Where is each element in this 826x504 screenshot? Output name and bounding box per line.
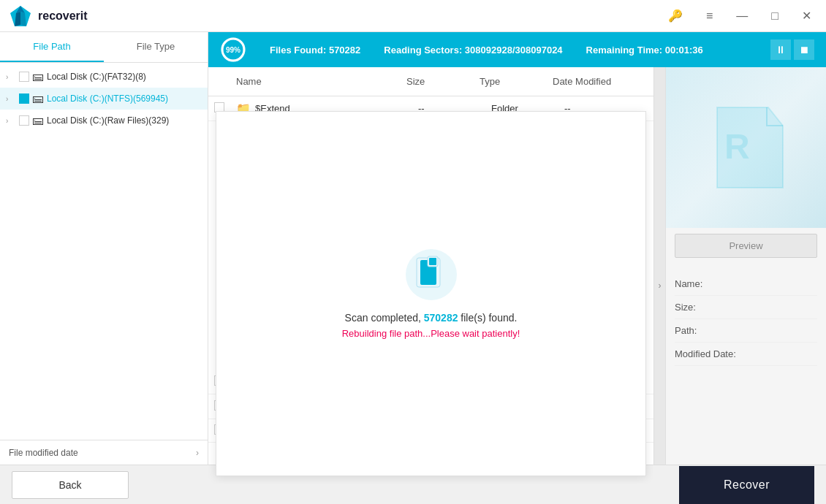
progress-controls: ⏸ ⏹ <box>770 39 814 60</box>
table-body: 📁 $Extend -- Folder -- <box>208 96 653 484</box>
files-found-stat: Files Found: 570282 <box>270 45 360 56</box>
pause-button[interactable]: ⏸ <box>770 39 791 60</box>
header-type: Type <box>474 73 547 90</box>
recover-button[interactable]: Recover <box>679 466 814 504</box>
logo: recoverit <box>9 4 88 28</box>
tab-file-type[interactable]: File Type <box>104 32 208 62</box>
sidebar-tree: › 🖴 Local Disk (C:)(FAT32)(8) › 🖴 Local … <box>0 63 208 440</box>
header-size: Size <box>401 73 474 90</box>
preview-path-row: Path: <box>675 319 817 343</box>
tree-item-ntfs[interactable]: › 🖴 Local Disk (C:)(NTFS)(569945) <box>0 88 208 110</box>
close-button[interactable]: ✕ <box>796 6 817 26</box>
main-layout: File Path File Type › 🖴 Local Disk (C:)(… <box>0 32 826 504</box>
tab-file-path[interactable]: File Path <box>0 32 104 62</box>
file-table: Name Size Type Date Modified 📁 $Extend - <box>208 67 653 504</box>
sidebar: File Path File Type › 🖴 Local Disk (C:)(… <box>0 32 208 504</box>
file-modified-date-filter[interactable]: File modified date › <box>0 440 208 465</box>
tree-checkbox[interactable] <box>19 72 29 82</box>
sidebar-footer-label: File modified date <box>9 448 78 458</box>
header-date: Date Modified <box>547 73 642 90</box>
minimize-button[interactable]: — <box>730 7 754 26</box>
preview-button[interactable]: Preview <box>675 234 817 258</box>
progress-bar: 99% Files Found: 570282 Reading Sectors:… <box>208 32 826 67</box>
svg-text:R: R <box>724 127 750 166</box>
expand-arrow: › <box>6 117 16 125</box>
preview-name-row: Name: <box>675 272 817 296</box>
scan-complete-text: Scan completed, 570282 file(s) found. Re… <box>342 312 520 339</box>
preview-size-row: Size: <box>675 296 817 319</box>
preview-watermark-icon: R <box>702 100 790 195</box>
tree-checkbox[interactable] <box>19 93 29 104</box>
expand-arrow: › <box>6 73 16 81</box>
tree-checkbox[interactable] <box>19 115 29 126</box>
preview-panel: R Preview Name: Size: Path: <box>665 67 826 504</box>
drive-icon: 🖴 <box>32 114 44 127</box>
titlebar-actions: 🔑 ≡ — □ ✕ <box>662 6 817 26</box>
scan-sub-message: Rebuilding file path...Please wait patie… <box>342 328 520 339</box>
drive-icon: 🖴 <box>32 70 44 83</box>
header-name: Name <box>230 73 401 90</box>
progress-percent: 99% <box>226 46 240 54</box>
sidebar-footer-arrow: › <box>196 448 199 458</box>
tree-label: Local Disk (C:)(NTFS)(569945) <box>47 93 168 104</box>
titlebar: recoverit 🔑 ≡ — □ ✕ <box>0 0 826 32</box>
expand-arrow: › <box>6 95 16 103</box>
maximize-button[interactable]: □ <box>765 7 784 26</box>
tree-label: Local Disk (C:)(Raw Files)(329) <box>47 115 169 126</box>
preview-modified-row: Modified Date: <box>675 343 817 366</box>
tree-label: Local Disk (C:)(FAT32)(8) <box>47 72 146 82</box>
menu-button[interactable]: ≡ <box>700 7 719 26</box>
sidebar-tabs: File Path File Type <box>0 32 208 63</box>
back-button[interactable]: Back <box>12 471 129 499</box>
scan-overlay: Scan completed, 570282 file(s) found. Re… <box>216 111 646 476</box>
drive-icon: 🖴 <box>32 92 44 105</box>
svg-rect-9 <box>429 258 436 265</box>
content-area: 99% Files Found: 570282 Reading Sectors:… <box>208 32 826 504</box>
header-checkbox-col <box>208 73 230 90</box>
scan-main-message: Scan completed, 570282 file(s) found. <box>342 312 520 324</box>
progress-circle: 99% <box>220 37 246 63</box>
stop-button[interactable]: ⏹ <box>794 39 814 60</box>
reading-sectors-stat: Reading Sectors: 308092928/308097024 <box>384 45 562 56</box>
tree-item-raw[interactable]: › 🖴 Local Disk (C:)(Raw Files)(329) <box>0 110 208 131</box>
tree-item-fat32[interactable]: › 🖴 Local Disk (C:)(FAT32)(8) <box>0 66 208 88</box>
logo-icon <box>9 4 32 28</box>
key-button[interactable]: 🔑 <box>662 6 689 26</box>
table-header: Name Size Type Date Modified <box>208 67 653 96</box>
app-name: recoverit <box>38 9 88 23</box>
remaining-time-stat: Remaining Time: 00:01:36 <box>586 45 703 56</box>
scan-complete-icon <box>406 249 457 300</box>
file-doc-icon <box>413 254 450 294</box>
preview-image-area: R <box>666 67 826 228</box>
panel-expand-arrow[interactable]: › <box>653 67 665 504</box>
